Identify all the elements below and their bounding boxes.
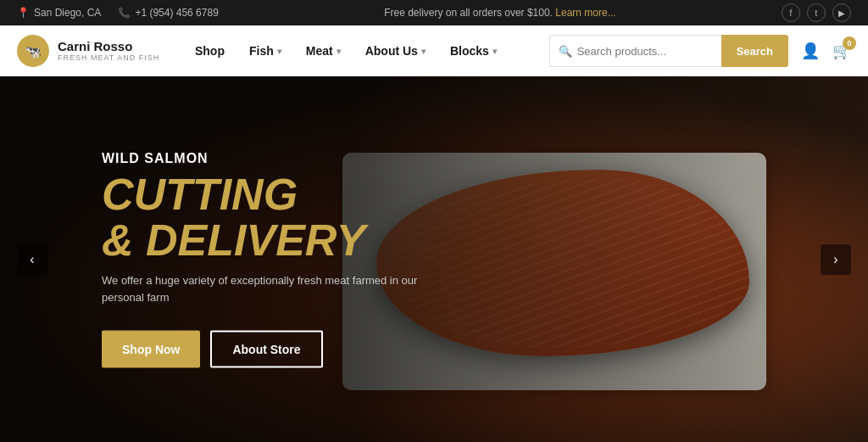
logo-icon: 🐄 bbox=[17, 35, 49, 67]
nav-about-us[interactable]: About Us ▾ bbox=[355, 25, 436, 76]
cart-count-badge: 0 bbox=[843, 36, 856, 50]
nav-blocks[interactable]: Blocks ▾ bbox=[440, 25, 507, 76]
learn-more-link[interactable]: Learn more... bbox=[555, 7, 615, 19]
logo-subtitle: FRESH MEAT AND FISH bbox=[58, 53, 159, 62]
blocks-arrow-icon: ▾ bbox=[492, 47, 497, 56]
hero-subtitle: WILD SALMON bbox=[102, 150, 424, 165]
hero-section: WILD SALMON CUTTING & DELIVERY We offer … bbox=[0, 76, 868, 442]
nav-meat[interactable]: Meat ▾ bbox=[296, 25, 351, 76]
nav-fish[interactable]: Fish ▾ bbox=[239, 25, 292, 76]
social-icons: f t ▶ bbox=[782, 3, 851, 22]
navbar: 🐄 Carni Rosso FRESH MEAT AND FISH Shop F… bbox=[0, 25, 868, 76]
search-icon: 🔍 bbox=[559, 45, 572, 58]
phone-text: +1 (954) 456 6789 bbox=[135, 7, 218, 19]
user-account-button[interactable]: 👤 bbox=[801, 42, 820, 60]
hero-description: We offer a huge variety of exceptionally… bbox=[102, 271, 424, 307]
logo-title: Carni Rosso bbox=[58, 40, 159, 54]
nav-shop-label: Shop bbox=[195, 44, 225, 58]
cart-button[interactable]: 🛒 0 bbox=[832, 42, 851, 60]
hero-content: WILD SALMON CUTTING & DELIVERY We offer … bbox=[102, 150, 424, 368]
top-bar-left: 📍 San Diego, CA 📞 +1 (954) 456 6789 bbox=[17, 7, 219, 19]
hero-prev-button[interactable]: ‹ bbox=[17, 244, 47, 275]
hero-title-line2: & DELIVERY bbox=[102, 215, 365, 265]
search-input[interactable] bbox=[577, 45, 713, 58]
nav-meat-label: Meat bbox=[306, 44, 333, 58]
logo[interactable]: 🐄 Carni Rosso FRESH MEAT AND FISH bbox=[17, 35, 159, 67]
meat-arrow-icon: ▾ bbox=[337, 47, 341, 56]
nav-about-us-label: About Us bbox=[365, 44, 418, 58]
facebook-icon[interactable]: f bbox=[782, 3, 800, 22]
search-area: 🔍 Search bbox=[549, 35, 788, 67]
promo-text: Free delivery on all orders over $100. bbox=[384, 7, 553, 19]
twitter-icon[interactable]: t bbox=[807, 3, 826, 22]
phone-icon: 📞 bbox=[118, 7, 131, 19]
phone-info: 📞 +1 (954) 456 6789 bbox=[118, 7, 218, 19]
shop-now-button[interactable]: Shop Now bbox=[102, 331, 200, 368]
location-icon: 📍 bbox=[17, 7, 30, 19]
hero-buttons: Shop Now About Store bbox=[102, 331, 424, 368]
fish-arrow-icon: ▾ bbox=[277, 47, 281, 56]
location-text: San Diego, CA bbox=[34, 7, 101, 19]
nav-menu: Shop Fish ▾ Meat ▾ About Us ▾ Blocks ▾ bbox=[159, 25, 531, 76]
nav-shop[interactable]: Shop bbox=[185, 25, 235, 76]
hero-title: CUTTING & DELIVERY bbox=[102, 171, 424, 263]
hero-next-button[interactable]: › bbox=[821, 244, 851, 275]
nav-user-icons: 👤 🛒 0 bbox=[801, 42, 851, 60]
about-arrow-icon: ▾ bbox=[421, 47, 426, 56]
logo-text: Carni Rosso FRESH MEAT AND FISH bbox=[58, 40, 159, 63]
location-info: 📍 San Diego, CA bbox=[17, 7, 101, 19]
top-bar-center: Free delivery on all orders over $100. L… bbox=[219, 7, 782, 19]
top-bar: 📍 San Diego, CA 📞 +1 (954) 456 6789 Free… bbox=[0, 0, 868, 25]
search-button[interactable]: Search bbox=[721, 35, 788, 67]
youtube-icon[interactable]: ▶ bbox=[832, 3, 851, 22]
nav-fish-label: Fish bbox=[249, 44, 274, 58]
about-store-button[interactable]: About Store bbox=[210, 331, 322, 368]
search-input-wrap: 🔍 bbox=[549, 35, 721, 67]
hero-title-line1: CUTTING bbox=[102, 169, 298, 218]
nav-blocks-label: Blocks bbox=[450, 44, 489, 58]
user-icon: 👤 bbox=[801, 42, 820, 59]
